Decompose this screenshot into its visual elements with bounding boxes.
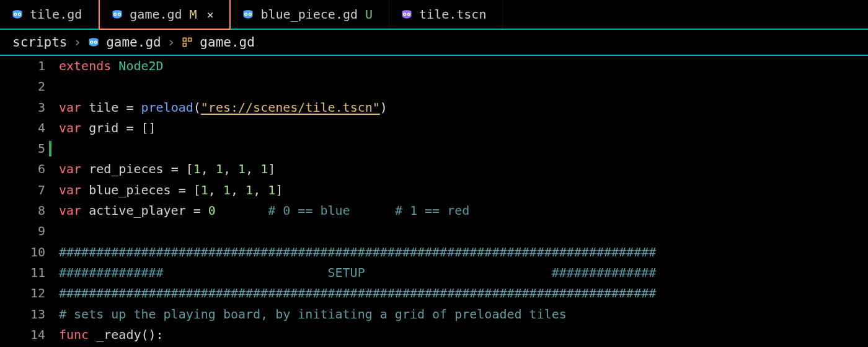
tab-tile-gd[interactable]: tile.gd: [0, 0, 99, 29]
code-line[interactable]: var blue_pieces = [1, 1, 1, 1]: [59, 180, 868, 201]
line-number: 9: [0, 221, 45, 241]
line-number: 2: [0, 76, 45, 97]
line-number: 3: [0, 97, 45, 118]
tab-bar: tile.gd game.gd M × blue_piece.gd U tile…: [0, 0, 868, 30]
line-number: 11: [0, 263, 45, 283]
chevron-right-icon: ›: [167, 35, 175, 50]
svg-point-18: [91, 42, 92, 43]
code-line[interactable]: var red_pieces = [1, 1, 1, 1]: [59, 159, 868, 179]
untracked-badge: U: [365, 7, 373, 22]
line-number: 13: [0, 304, 45, 325]
crumb-symbol[interactable]: game.gd: [200, 35, 255, 50]
code-editor[interactable]: 1234567891011121314 extends Node2D var t…: [0, 56, 868, 347]
svg-point-3: [19, 14, 20, 15]
code-line[interactable]: ########################################…: [59, 283, 868, 304]
godot-icon: [111, 8, 123, 20]
chevron-right-icon: ›: [74, 35, 82, 50]
line-number: 10: [0, 242, 45, 263]
code-line[interactable]: ########################################…: [59, 242, 868, 263]
godot-icon: [87, 36, 100, 48]
line-number: 8: [0, 201, 45, 221]
tab-label: tile.gd: [30, 7, 82, 22]
svg-point-15: [408, 14, 409, 15]
tab-game-gd[interactable]: game.gd M ×: [99, 0, 231, 30]
close-icon[interactable]: ×: [207, 8, 214, 21]
tab-label: blue_piece.gd: [260, 7, 358, 22]
code-line[interactable]: [59, 138, 868, 159]
svg-point-14: [404, 14, 405, 15]
code-line[interactable]: func _ready():: [59, 325, 868, 345]
line-number: 14: [0, 325, 45, 345]
breadcrumb[interactable]: scripts › game.gd › game.gd: [0, 30, 868, 56]
svg-point-6: [115, 14, 116, 15]
line-number: 5: [0, 138, 45, 159]
tab-tile-tscn[interactable]: tile.tscn: [389, 0, 503, 29]
code-line[interactable]: var active_player = 0 # 0 == blue # 1 ==…: [59, 201, 868, 221]
symbol-class-icon: [181, 36, 193, 48]
code-line[interactable]: extends Node2D: [59, 56, 868, 76]
line-number: 4: [0, 118, 45, 138]
line-number: 7: [0, 180, 45, 201]
line-number-gutter: 1234567891011121314: [0, 56, 59, 347]
svg-point-7: [119, 14, 120, 15]
code-line[interactable]: [59, 76, 868, 97]
svg-point-2: [15, 14, 16, 15]
code-line[interactable]: # sets up the playing board, by initiati…: [59, 304, 868, 325]
modified-badge: M: [190, 7, 197, 22]
tab-label: tile.tscn: [419, 7, 486, 22]
tab-blue-piece-gd[interactable]: blue_piece.gd U: [231, 0, 389, 29]
godot-icon: [401, 8, 413, 20]
godot-icon: [11, 8, 24, 20]
code-area[interactable]: extends Node2D var tile = preload("res:/…: [59, 56, 868, 347]
svg-point-19: [95, 42, 96, 43]
code-line[interactable]: var tile = preload("res://scenes/tile.ts…: [59, 97, 868, 118]
crumb-file[interactable]: game.gd: [106, 35, 161, 50]
crumb-folder[interactable]: scripts: [12, 35, 68, 50]
svg-point-10: [246, 14, 247, 15]
line-number: 6: [0, 159, 45, 179]
line-number: 1: [0, 56, 45, 76]
code-line[interactable]: ############## SETUP ##############: [59, 263, 868, 283]
line-number: 12: [0, 283, 45, 304]
code-line[interactable]: [59, 221, 868, 241]
code-line[interactable]: var grid = []: [59, 118, 868, 138]
svg-point-11: [250, 14, 251, 15]
tab-label: game.gd: [130, 7, 182, 22]
godot-icon: [242, 8, 254, 20]
